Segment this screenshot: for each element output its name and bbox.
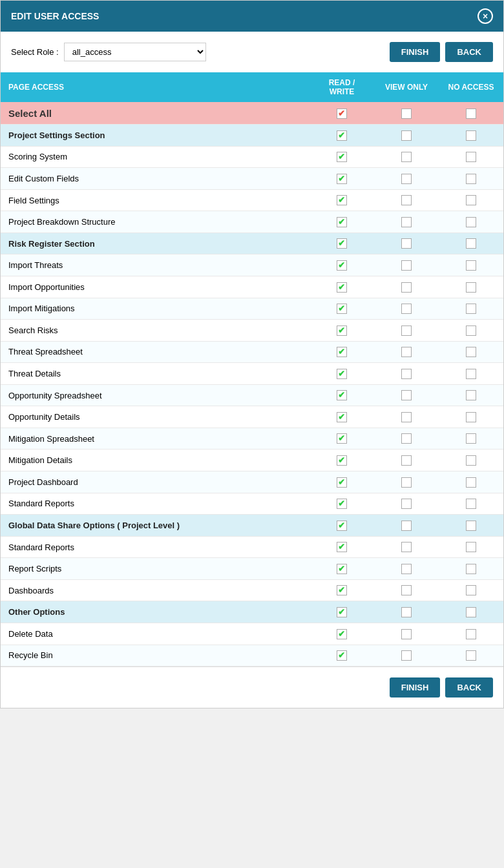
rw-cell[interactable] bbox=[310, 320, 374, 342]
rw-checkbox[interactable] bbox=[337, 369, 347, 379]
rw-cell[interactable] bbox=[310, 536, 374, 558]
rw-checkbox[interactable] bbox=[337, 282, 347, 293]
na-checkbox[interactable] bbox=[466, 477, 476, 488]
na-cell[interactable] bbox=[439, 406, 503, 428]
vo-checkbox[interactable] bbox=[401, 238, 412, 249]
na-checkbox[interactable] bbox=[466, 369, 476, 379]
vo-cell[interactable] bbox=[374, 579, 439, 601]
rw-cell[interactable] bbox=[310, 601, 374, 623]
na-cell[interactable] bbox=[439, 515, 503, 537]
rw-cell[interactable] bbox=[310, 146, 374, 168]
vo-cell[interactable] bbox=[374, 146, 439, 168]
vo-checkbox[interactable] bbox=[401, 607, 412, 617]
vo-checkbox[interactable] bbox=[401, 282, 412, 293]
rw-cell[interactable] bbox=[310, 125, 374, 147]
na-checkbox[interactable] bbox=[466, 521, 476, 531]
na-cell[interactable] bbox=[439, 298, 503, 320]
na-checkbox[interactable] bbox=[466, 195, 476, 205]
rw-cell[interactable] bbox=[310, 211, 374, 233]
vo-checkbox[interactable] bbox=[401, 585, 412, 595]
na-cell[interactable] bbox=[439, 276, 503, 298]
na-checkbox[interactable] bbox=[466, 629, 476, 639]
na-checkbox[interactable] bbox=[466, 108, 476, 119]
vo-checkbox[interactable] bbox=[401, 390, 412, 400]
rw-cell[interactable] bbox=[310, 384, 374, 406]
na-checkbox[interactable] bbox=[466, 390, 476, 400]
vo-cell[interactable] bbox=[374, 232, 439, 254]
rw-cell[interactable] bbox=[310, 471, 374, 493]
na-checkbox[interactable] bbox=[466, 650, 476, 661]
vo-cell[interactable] bbox=[374, 450, 439, 471]
vo-checkbox[interactable] bbox=[401, 433, 412, 444]
vo-checkbox[interactable] bbox=[401, 152, 412, 162]
vo-cell[interactable] bbox=[374, 276, 439, 298]
rw-checkbox[interactable] bbox=[337, 412, 347, 422]
rw-checkbox[interactable] bbox=[337, 650, 347, 661]
vo-checkbox[interactable] bbox=[401, 542, 412, 552]
vo-checkbox[interactable] bbox=[401, 369, 412, 379]
na-cell[interactable] bbox=[439, 579, 503, 601]
na-cell[interactable] bbox=[439, 623, 503, 645]
vo-checkbox[interactable] bbox=[401, 326, 412, 336]
na-cell[interactable] bbox=[439, 102, 503, 125]
rw-checkbox[interactable] bbox=[337, 564, 347, 574]
vo-checkbox[interactable] bbox=[401, 629, 412, 639]
na-cell[interactable] bbox=[439, 471, 503, 493]
na-cell[interactable] bbox=[439, 428, 503, 450]
na-cell[interactable] bbox=[439, 146, 503, 168]
na-cell[interactable] bbox=[439, 363, 503, 385]
rw-checkbox[interactable] bbox=[337, 629, 347, 639]
vo-cell[interactable] bbox=[374, 384, 439, 406]
na-checkbox[interactable] bbox=[466, 260, 476, 271]
vo-cell[interactable] bbox=[374, 189, 439, 211]
na-checkbox[interactable] bbox=[466, 585, 476, 595]
rw-cell[interactable] bbox=[310, 276, 374, 298]
rw-checkbox[interactable] bbox=[337, 347, 347, 357]
na-cell[interactable] bbox=[439, 125, 503, 147]
rw-checkbox[interactable] bbox=[337, 326, 347, 336]
rw-checkbox[interactable] bbox=[337, 130, 347, 141]
vo-cell[interactable] bbox=[374, 493, 439, 515]
rw-cell[interactable] bbox=[310, 428, 374, 450]
rw-cell[interactable] bbox=[310, 406, 374, 428]
vo-cell[interactable] bbox=[374, 320, 439, 342]
na-cell[interactable] bbox=[439, 254, 503, 276]
rw-cell[interactable] bbox=[310, 341, 374, 363]
finish-button-bottom[interactable]: FINISH bbox=[390, 677, 441, 698]
na-checkbox[interactable] bbox=[466, 152, 476, 162]
vo-cell[interactable] bbox=[374, 428, 439, 450]
na-cell[interactable] bbox=[439, 450, 503, 471]
na-checkbox[interactable] bbox=[466, 304, 476, 314]
na-checkbox[interactable] bbox=[466, 455, 476, 466]
rw-checkbox[interactable] bbox=[337, 108, 347, 119]
back-button-bottom[interactable]: BACK bbox=[445, 677, 493, 698]
rw-checkbox[interactable] bbox=[337, 260, 347, 271]
rw-cell[interactable] bbox=[310, 645, 374, 666]
na-cell[interactable] bbox=[439, 493, 503, 515]
rw-checkbox[interactable] bbox=[337, 195, 347, 205]
rw-checkbox[interactable] bbox=[337, 174, 347, 184]
rw-checkbox[interactable] bbox=[337, 477, 347, 488]
rw-checkbox[interactable] bbox=[337, 390, 347, 400]
rw-checkbox[interactable] bbox=[337, 585, 347, 595]
rw-cell[interactable] bbox=[310, 102, 374, 125]
rw-cell[interactable] bbox=[310, 623, 374, 645]
vo-cell[interactable] bbox=[374, 645, 439, 666]
rw-cell[interactable] bbox=[310, 579, 374, 601]
na-cell[interactable] bbox=[439, 168, 503, 190]
rw-checkbox[interactable] bbox=[337, 217, 347, 227]
vo-checkbox[interactable] bbox=[401, 260, 412, 271]
rw-checkbox[interactable] bbox=[337, 521, 347, 531]
na-checkbox[interactable] bbox=[466, 607, 476, 617]
rw-cell[interactable] bbox=[310, 515, 374, 537]
na-cell[interactable] bbox=[439, 189, 503, 211]
na-checkbox[interactable] bbox=[466, 433, 476, 444]
vo-checkbox[interactable] bbox=[401, 130, 412, 141]
na-checkbox[interactable] bbox=[466, 347, 476, 357]
rw-checkbox[interactable] bbox=[337, 152, 347, 162]
back-button-top[interactable]: BACK bbox=[445, 42, 493, 62]
na-cell[interactable] bbox=[439, 211, 503, 233]
na-checkbox[interactable] bbox=[466, 238, 476, 249]
rw-cell[interactable] bbox=[310, 450, 374, 471]
na-cell[interactable] bbox=[439, 384, 503, 406]
